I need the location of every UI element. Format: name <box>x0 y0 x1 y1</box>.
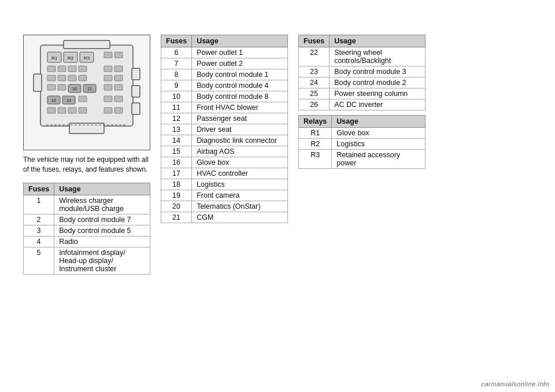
fuse-number: 8 <box>161 69 192 80</box>
diagram-caption: The vehicle may not be equipped with all… <box>23 155 150 175</box>
fuse-number: 21 <box>161 212 192 223</box>
fuse-number: 1 <box>24 195 54 214</box>
svg-rect-4 <box>132 68 140 80</box>
page: R1 R2 R3 <box>0 0 555 392</box>
table-row: 8Body control module 1 <box>161 69 288 80</box>
table-row: 3Body control module 5 <box>24 225 150 236</box>
fuse-number: 26 <box>299 99 330 110</box>
fuse-number: 24 <box>299 77 330 88</box>
svg-rect-46 <box>104 108 112 113</box>
svg-text:12: 12 <box>51 98 56 102</box>
svg-rect-40 <box>104 96 112 102</box>
fuse-usage: Body control module 5 <box>54 225 150 236</box>
svg-rect-45 <box>79 108 87 113</box>
fuse-number: 10 <box>161 91 192 102</box>
fuse-usage: Driver seat <box>192 124 288 135</box>
table-row: 26AC DC inverter <box>299 99 426 110</box>
table-row: 25Power steering column <box>299 88 426 99</box>
fuse-usage: Power steering column <box>330 88 426 99</box>
svg-rect-25 <box>104 75 112 81</box>
fuse-number: 9 <box>161 80 192 91</box>
fuse-number: 4 <box>24 236 54 247</box>
table-row: R1Glove box <box>299 128 426 139</box>
fuse-number: 11 <box>161 102 192 113</box>
fuse-usage: Glove box <box>192 157 288 168</box>
relay-usage: Retained accessory power <box>332 150 426 169</box>
fuse-usage: Body control module 3 <box>330 66 426 77</box>
mid-fuse-table: Fuses Usage 6Power outlet 17Power outlet… <box>161 35 288 223</box>
table-row: 23Body control module 3 <box>299 66 426 77</box>
svg-rect-13 <box>104 52 112 58</box>
table-row: 10Body control module 8 <box>161 91 288 102</box>
svg-text:13: 13 <box>66 98 71 102</box>
svg-rect-22 <box>58 75 66 81</box>
relay-number: R2 <box>299 139 332 150</box>
watermark: carmanualsonline.info <box>481 380 549 387</box>
left-fuse-header-fuses: Fuses <box>24 183 54 195</box>
fuse-number: 15 <box>161 146 192 157</box>
table-row: R2Logistics <box>299 139 426 150</box>
right-relay-header-usage: Usage <box>332 116 426 128</box>
table-row: 19Front camera <box>161 190 288 201</box>
svg-text:R3: R3 <box>84 56 90 61</box>
right-relay-header-relays: Relays <box>299 116 332 128</box>
left-fuse-table: Fuses Usage 1Wireless charger module/USB… <box>23 183 150 275</box>
fuse-usage: Logistics <box>192 179 288 190</box>
fuse-usage: Body control module 2 <box>330 77 426 88</box>
svg-rect-34 <box>114 84 123 90</box>
table-row: 2Body control module 7 <box>24 214 150 225</box>
svg-rect-44 <box>68 108 76 113</box>
fuse-number: 16 <box>161 157 192 168</box>
table-row: 24Body control module 2 <box>299 77 426 88</box>
fuse-usage: Body control module 4 <box>192 80 288 91</box>
svg-rect-39 <box>79 96 87 102</box>
fuse-usage: HVAC controller <box>192 168 288 179</box>
svg-rect-5 <box>132 86 140 97</box>
fuse-number: 13 <box>161 124 192 135</box>
fuse-usage: Infotainment display/ Head-up display/ I… <box>54 247 150 274</box>
svg-rect-16 <box>58 66 66 72</box>
fuse-usage: Power outlet 1 <box>192 47 288 58</box>
fuse-usage: Radio <box>54 236 150 247</box>
fuse-number: 14 <box>161 135 192 146</box>
fuse-usage: Body control module 7 <box>54 214 150 225</box>
svg-rect-21 <box>47 75 56 81</box>
fuse-number: 6 <box>161 47 192 58</box>
relay-number: R3 <box>299 150 332 169</box>
svg-rect-42 <box>47 108 56 113</box>
svg-rect-47 <box>114 108 123 113</box>
left-column: R1 R2 R3 <box>23 35 150 275</box>
right-relay-table: Relays Usage R1Glove boxR2LogisticsR3Ret… <box>298 115 426 169</box>
svg-rect-33 <box>104 84 112 90</box>
svg-rect-17 <box>68 66 76 72</box>
right-fuse-header-fuses: Fuses <box>299 35 330 47</box>
svg-rect-28 <box>58 84 66 90</box>
svg-rect-6 <box>132 103 140 114</box>
fuse-number: 22 <box>299 47 330 66</box>
relay-usage: Glove box <box>332 128 426 139</box>
svg-text:11: 11 <box>87 87 92 91</box>
svg-rect-26 <box>114 75 123 81</box>
fuse-usage: Diagnostic link connector <box>192 135 288 146</box>
svg-rect-24 <box>79 75 87 81</box>
svg-rect-3 <box>34 74 42 91</box>
fuse-number: 20 <box>161 201 192 212</box>
middle-column: Fuses Usage 6Power outlet 17Power outlet… <box>161 35 288 223</box>
svg-rect-1 <box>64 40 110 49</box>
fuse-usage: Power outlet 2 <box>192 58 288 69</box>
svg-rect-23 <box>68 75 76 81</box>
svg-rect-20 <box>114 66 123 72</box>
fuse-number: 23 <box>299 66 330 77</box>
fuse-usage: Wireless charger module/USB charge <box>54 195 150 214</box>
right-fuse-header-usage: Usage <box>330 35 426 47</box>
table-row: 16Glove box <box>161 157 288 168</box>
right-fuse-table: Fuses Usage 22Steering wheel controls/Ba… <box>298 35 426 110</box>
fuse-usage: Body control module 1 <box>192 69 288 80</box>
svg-rect-19 <box>104 66 112 72</box>
fuse-number: 19 <box>161 190 192 201</box>
mid-fuse-header-usage: Usage <box>192 35 288 47</box>
svg-rect-15 <box>47 66 56 72</box>
fuse-number: 5 <box>24 247 54 274</box>
fuse-number: 12 <box>161 113 192 124</box>
right-column: Fuses Usage 22Steering wheel controls/Ba… <box>298 35 426 169</box>
